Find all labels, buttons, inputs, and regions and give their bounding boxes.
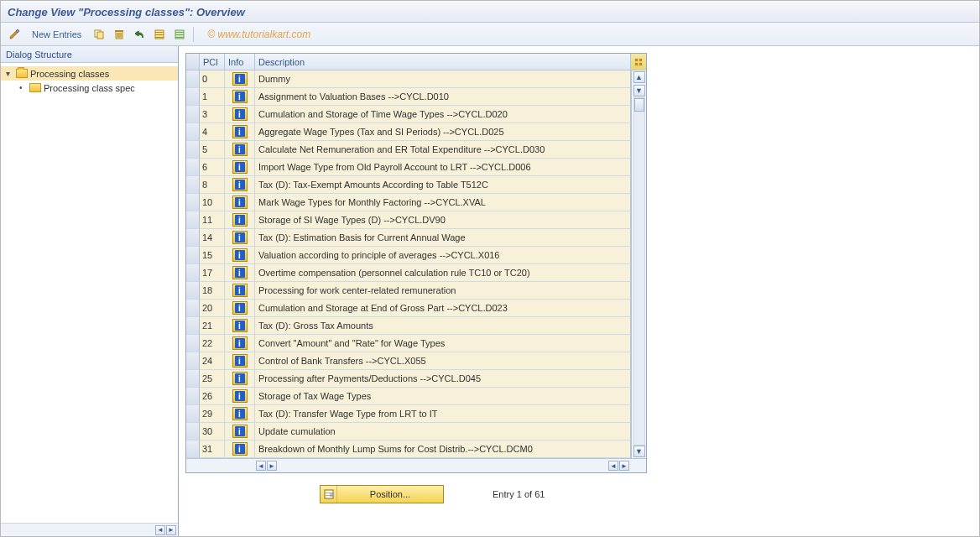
info-button[interactable]: i	[232, 354, 248, 368]
cell-description[interactable]: Update cumulation	[255, 423, 631, 441]
row-selector[interactable]	[186, 300, 200, 317]
grid-configure-icon[interactable]	[631, 54, 646, 70]
cell-description[interactable]: Cumulation and Storage at End of Gross P…	[255, 300, 631, 317]
cell-pci[interactable]: 26	[200, 388, 225, 405]
scroll-down-end-icon[interactable]: ▼	[633, 446, 645, 457]
cell-pci[interactable]: 10	[200, 194, 225, 211]
cell-pci[interactable]: 18	[200, 282, 225, 300]
cell-description[interactable]: Storage of SI Wage Types (D) -->CYCL.DV9…	[255, 211, 631, 229]
scroll-left-icon[interactable]: ◄	[155, 525, 165, 535]
cell-pci[interactable]: 6	[200, 159, 225, 176]
scroll-down-icon[interactable]: ▼	[633, 85, 645, 96]
grid-vscrollbar[interactable]: ▲ ▼ ▼	[631, 70, 646, 458]
select-all-icon[interactable]	[151, 26, 168, 43]
row-selector[interactable]	[186, 441, 200, 458]
cell-pci[interactable]: 21	[200, 317, 225, 335]
row-selector[interactable]	[186, 317, 200, 335]
row-selector[interactable]	[186, 211, 200, 229]
cell-pci[interactable]: 22	[200, 335, 225, 352]
cell-pci[interactable]: 8	[200, 176, 225, 194]
grid-col-description[interactable]: Description	[255, 54, 631, 70]
info-button[interactable]: i	[232, 266, 248, 279]
cell-pci[interactable]: 0	[200, 70, 225, 88]
hscroll-right2-icon[interactable]: ►	[619, 461, 629, 471]
info-button[interactable]: i	[232, 442, 248, 456]
hscroll-right-icon[interactable]: ►	[267, 461, 277, 471]
deselect-all-icon[interactable]	[171, 26, 188, 43]
cell-pci[interactable]: 11	[200, 211, 225, 229]
row-selector[interactable]	[186, 264, 200, 282]
hscroll-left2-icon[interactable]: ◄	[608, 461, 618, 471]
row-selector[interactable]	[186, 70, 200, 88]
cell-pci[interactable]: 14	[200, 229, 225, 247]
hscroll-left-icon[interactable]: ◄	[256, 461, 266, 471]
delete-icon[interactable]	[111, 26, 128, 43]
row-selector[interactable]	[186, 141, 200, 159]
cell-pci[interactable]: 1	[200, 88, 225, 106]
cell-description[interactable]: Tax (D): Gross Tax Amounts	[255, 317, 631, 335]
cell-description[interactable]: Import Wage Type from Old Payroll Accoun…	[255, 159, 631, 176]
cell-description[interactable]: Processing after Payments/Deductions -->…	[255, 370, 631, 388]
info-button[interactable]: i	[232, 389, 248, 403]
row-selector[interactable]	[186, 106, 200, 123]
info-button[interactable]: i	[232, 125, 248, 138]
row-selector[interactable]	[186, 423, 200, 441]
cell-description[interactable]: Dummy	[255, 70, 631, 88]
row-selector[interactable]	[186, 352, 200, 370]
cell-pci[interactable]: 30	[200, 423, 225, 441]
info-button[interactable]: i	[232, 319, 248, 332]
grid-select-all-header[interactable]	[186, 54, 200, 70]
cell-description[interactable]: Control of Bank Transfers -->CYCL.X055	[255, 352, 631, 370]
cell-pci[interactable]: 24	[200, 352, 225, 370]
info-button[interactable]: i	[232, 336, 248, 350]
tree-node-processing-class-spec[interactable]: • Processing class spec	[1, 81, 178, 95]
info-button[interactable]: i	[232, 407, 248, 420]
cell-description[interactable]: Breakdown of Monthly Lump Sums for Cost …	[255, 441, 631, 458]
grid-col-info[interactable]: Info	[225, 54, 255, 70]
undo-icon[interactable]	[131, 26, 148, 43]
info-button[interactable]: i	[232, 107, 248, 121]
info-button[interactable]: i	[232, 90, 248, 103]
row-selector[interactable]	[186, 370, 200, 388]
row-selector[interactable]	[186, 335, 200, 352]
info-button[interactable]: i	[232, 425, 248, 438]
scroll-right-icon[interactable]: ►	[166, 525, 176, 535]
cell-description[interactable]: Valuation according to principle of aver…	[255, 247, 631, 264]
row-selector[interactable]	[186, 176, 200, 194]
cell-pci[interactable]: 20	[200, 300, 225, 317]
row-selector[interactable]	[186, 282, 200, 300]
info-button[interactable]: i	[232, 372, 248, 385]
info-button[interactable]: i	[232, 231, 248, 244]
cell-description[interactable]: Aggregate Wage Types (Tax and SI Periods…	[255, 123, 631, 141]
row-selector[interactable]	[186, 247, 200, 264]
scroll-up-icon[interactable]: ▲	[633, 71, 645, 83]
row-selector[interactable]	[186, 229, 200, 247]
tree-node-processing-classes[interactable]: ▾ Processing classes	[1, 66, 178, 81]
cell-description[interactable]: Mark Wage Types for Monthly Factoring --…	[255, 194, 631, 211]
scroll-thumb[interactable]	[634, 98, 644, 112]
info-button[interactable]: i	[232, 160, 248, 174]
cell-description[interactable]: Convert "Amount" and "Rate" for Wage Typ…	[255, 335, 631, 352]
new-entries-button[interactable]: New Entries	[26, 26, 87, 43]
row-selector[interactable]	[186, 405, 200, 423]
cell-description[interactable]: Cumulation and Storage of Time Wage Type…	[255, 106, 631, 123]
row-selector[interactable]	[186, 194, 200, 211]
row-selector[interactable]	[186, 123, 200, 141]
info-button[interactable]: i	[232, 178, 248, 191]
scroll-track[interactable]	[633, 97, 645, 446]
grid-col-pci[interactable]: PCl	[200, 54, 225, 70]
cell-pci[interactable]: 3	[200, 106, 225, 123]
info-button[interactable]: i	[232, 301, 248, 315]
info-button[interactable]: i	[232, 72, 248, 86]
info-button[interactable]: i	[232, 196, 248, 209]
cell-pci[interactable]: 29	[200, 405, 225, 423]
cell-pci[interactable]: 17	[200, 264, 225, 282]
info-button[interactable]: i	[232, 248, 248, 262]
info-button[interactable]: i	[232, 143, 248, 156]
cell-pci[interactable]: 15	[200, 247, 225, 264]
row-selector[interactable]	[186, 159, 200, 176]
cell-pci[interactable]: 25	[200, 370, 225, 388]
row-selector[interactable]	[186, 88, 200, 106]
cell-description[interactable]: Calculate Net Remuneration and ER Total …	[255, 141, 631, 159]
cell-description[interactable]: Tax (D): Transfer Wage Type from LRT to …	[255, 405, 631, 423]
